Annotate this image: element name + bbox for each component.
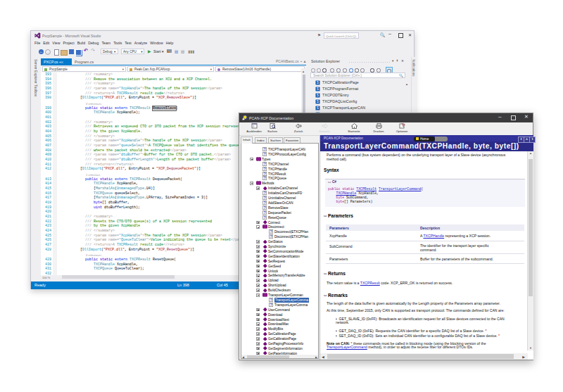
svg-text:?: ? [263,152,265,156]
svg-text:?: ? [263,147,265,151]
svg-text:?: ? [263,167,265,171]
svg-text:?: ? [263,176,265,180]
svg-text:?: ? [263,172,265,176]
svg-text:S: S [317,81,319,84]
svg-text:?: ? [270,234,272,239]
svg-text:S: S [317,94,319,97]
svg-text:S: S [317,87,319,91]
svg-text:?: ? [263,210,265,215]
svg-text:?: ? [270,303,272,307]
svg-text:?: ? [263,201,265,205]
svg-text:S: S [317,106,319,110]
svg-text:S: S [317,100,319,103]
svg-text:?: ? [263,191,265,195]
svg-text:?: ? [263,196,265,200]
svg-text:?: ? [270,298,272,302]
svg-text:?: ? [263,206,265,210]
svg-text:?: ? [263,162,265,166]
svg-text:?: ? [270,229,272,234]
svg-text:?: ? [263,215,265,220]
